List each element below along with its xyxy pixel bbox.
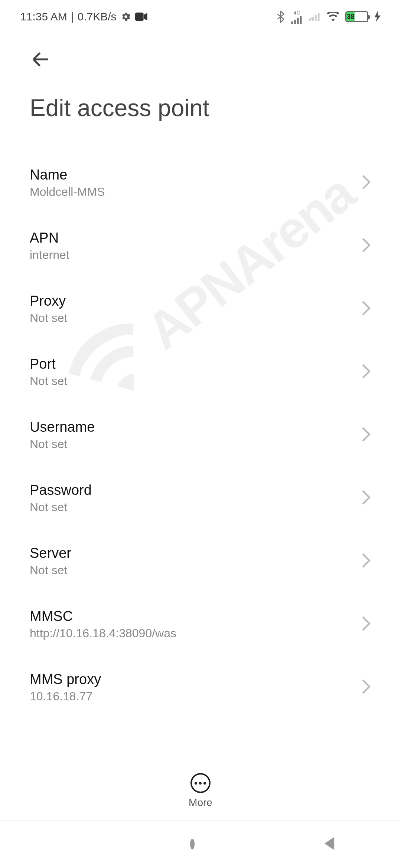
back-button[interactable] (30, 65, 52, 72)
setting-label: Username (30, 419, 95, 435)
svg-rect-7 (315, 15, 317, 21)
circle-icon (190, 839, 195, 849)
wifi-status-icon (327, 12, 339, 22)
setting-value: Moldcell-MMS (30, 185, 105, 199)
setting-mms-proxy[interactable]: MMS proxy 10.16.18.77 (0, 656, 401, 719)
setting-value: http://10.16.18.4:38090/was (30, 627, 176, 640)
video-icon (135, 12, 148, 21)
more-button[interactable]: More (189, 773, 212, 809)
chevron-right-icon (361, 426, 371, 444)
setting-label: Proxy (30, 293, 67, 309)
chevron-right-icon (361, 678, 371, 696)
chevron-right-icon (361, 552, 371, 570)
setting-value: 10.16.18.77 (30, 690, 101, 703)
setting-proxy[interactable]: Proxy Not set (0, 277, 401, 341)
setting-label: Name (30, 167, 105, 183)
svg-rect-4 (300, 16, 302, 24)
setting-name[interactable]: Name Moldcell-MMS (0, 151, 401, 214)
bottom-action-bar: More (0, 762, 401, 809)
setting-label: Port (30, 356, 67, 372)
triangle-left-icon (321, 846, 338, 853)
nav-home-button[interactable] (190, 841, 195, 848)
setting-value: Not set (30, 500, 92, 514)
chevron-right-icon (361, 489, 371, 507)
status-bar: 11:35 AM | 0.7KB/s 4G (0, 0, 401, 33)
setting-value: internet (30, 248, 69, 262)
status-separator: | (71, 10, 74, 23)
more-label: More (189, 797, 212, 809)
setting-password[interactable]: Password Not set (0, 467, 401, 530)
chevron-right-icon (361, 300, 371, 318)
setting-label: MMSC (30, 608, 176, 624)
setting-value: Not set (30, 437, 95, 451)
setting-value: Not set (30, 311, 67, 325)
signal-no-sim-icon (309, 13, 321, 21)
bluetooth-icon (276, 10, 285, 23)
status-data-rate: 0.7KB/s (78, 10, 117, 23)
chevron-right-icon (361, 615, 371, 633)
gear-icon (120, 11, 131, 22)
chevron-right-icon (361, 363, 371, 381)
setting-server[interactable]: Server Not set (0, 530, 401, 593)
svg-rect-2 (294, 20, 296, 24)
setting-label: MMS proxy (30, 671, 101, 687)
setting-username[interactable]: Username Not set (0, 404, 401, 467)
battery-icon: 38 (345, 11, 368, 22)
chevron-right-icon (361, 237, 371, 255)
setting-port[interactable]: Port Not set (0, 341, 401, 404)
setting-value: Not set (30, 563, 71, 577)
setting-apn[interactable]: APN internet (0, 214, 401, 277)
svg-rect-0 (135, 13, 144, 21)
setting-label: Server (30, 545, 71, 561)
setting-mmsc[interactable]: MMSC http://10.16.18.4:38090/was (0, 593, 401, 656)
chevron-right-icon (361, 174, 371, 192)
navigation-bar (0, 820, 401, 868)
setting-label: APN (30, 230, 69, 246)
nav-back-button[interactable] (321, 835, 338, 853)
signal-4g-icon: 4G (291, 10, 303, 24)
settings-list: Name Moldcell-MMS APN internet Proxy Not… (0, 151, 401, 719)
charging-icon (374, 11, 381, 22)
setting-value: Not set (30, 374, 67, 388)
setting-label: Password (30, 482, 92, 498)
more-icon (190, 773, 211, 793)
svg-rect-1 (291, 22, 293, 24)
status-time: 11:35 AM (20, 10, 67, 23)
svg-rect-3 (297, 18, 299, 24)
svg-rect-8 (318, 13, 320, 21)
page-title: Edit access point (0, 79, 401, 151)
